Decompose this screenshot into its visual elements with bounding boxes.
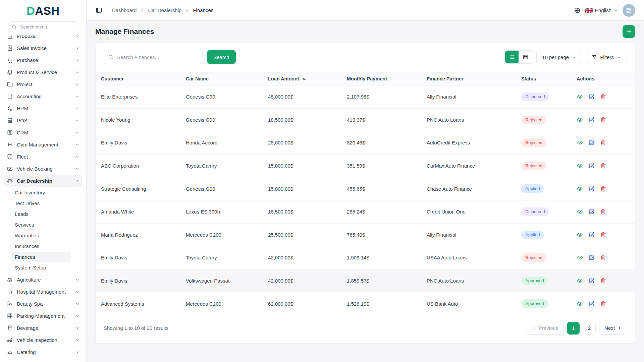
next-page-button[interactable]: Next [599,322,627,335]
sidebar-item-fleet[interactable]: Fleet [4,150,82,163]
table-row[interactable]: ABC Corporation Toyota Camry 15,000.00$ … [96,154,635,177]
status-badge: Applied [521,231,544,239]
sidebar-item-beverage[interactable]: Beverage [4,322,82,334]
sidebar-toggle-button[interactable] [95,7,102,14]
edit-button[interactable] [588,278,595,284]
edit-button[interactable] [588,139,595,146]
delete-button[interactable] [600,301,606,307]
sort-arrows-icon[interactable] [302,76,307,81]
proposal-icon [7,36,13,39]
sidebar-item-pos[interactable]: POS [4,114,82,126]
view-button[interactable] [577,117,583,123]
sidebar-search-input[interactable] [19,24,74,30]
cell-actions [571,108,635,131]
edit-icon [588,254,595,261]
delete-button[interactable] [600,254,606,261]
edit-button[interactable] [588,117,595,123]
sidebar-item-accounting[interactable]: Accounting [4,90,82,102]
edit-button[interactable] [588,254,595,261]
filters-button[interactable]: Filters [586,50,627,64]
sidebar-item-hrm[interactable]: HRM [4,102,82,114]
sidebar-item-vehicle-booking[interactable]: Vehicle Booking [4,163,82,175]
sidebar-item-car-dealership[interactable]: Car Dealership [4,175,82,187]
sidebar-item-proposal[interactable]: Proposal [4,36,82,42]
table-row[interactable]: Nicole Young Genesis G90 18,500.00$ 419.… [96,108,635,131]
table-row[interactable]: Elite Enterprises Genesis G90 48,000.00$… [96,85,635,109]
add-finance-button[interactable] [623,25,635,38]
sidebar-search[interactable] [8,21,78,32]
delete-button[interactable] [600,208,606,215]
view-button[interactable] [577,254,583,261]
finances-search-input[interactable] [116,54,199,60]
view-button[interactable] [577,186,583,192]
view-button[interactable] [577,301,583,307]
sidebar-item-project[interactable]: Project [4,78,82,90]
view-button[interactable] [577,208,583,215]
table-row[interactable]: Emily Davis Volkswagen Passat 42,000.00$… [96,269,635,292]
accounting-icon [7,93,13,100]
language-label: English [595,7,611,13]
edit-button[interactable] [588,208,595,215]
delete-button[interactable] [600,186,606,192]
table-row[interactable]: Maria Rodriguez Mercedes C200 25,500.00$… [96,223,635,246]
plus-icon [626,29,632,35]
delete-button[interactable] [600,139,606,146]
edit-button[interactable] [588,232,595,238]
sidebar-item-purchase[interactable]: Purchase [4,54,82,66]
edit-button[interactable] [588,186,595,192]
sidebar-subitem-test-drives[interactable]: Test Drives [11,198,71,208]
finances-search[interactable] [104,50,203,64]
sidebar-item-catering[interactable]: Catering [4,346,82,358]
delete-button[interactable] [600,232,606,238]
sidebar-subitem-leads[interactable]: Leads [11,209,71,219]
cell-status: Applied [516,177,571,200]
breadcrumb-item-car-dealership[interactable]: Car Dealership [148,7,181,13]
view-button[interactable] [577,232,583,238]
previous-page-button[interactable]: Previous [527,322,564,335]
edit-button[interactable] [588,301,595,307]
delete-button[interactable] [600,278,606,284]
view-button[interactable] [577,139,583,146]
table-row[interactable]: Advanced Systems Mercedes C200 62,000.00… [96,292,635,315]
chevron-down-icon [75,70,79,74]
delete-button[interactable] [600,94,606,100]
table-row[interactable]: Emily Davis Honda Accord 28,000.00$ 820.… [96,131,635,155]
delete-button[interactable] [600,117,606,123]
sidebar-item-product-and-service[interactable]: Product & Service [4,66,82,78]
sidebar-item-agriculture[interactable]: Agriculture [4,274,82,286]
language-selector[interactable]: English [585,7,618,13]
page-button-1[interactable]: 1 [567,322,580,335]
breadcrumb-item-dashboard[interactable]: Dashboard [112,7,137,13]
sidebar-item-parking-management[interactable]: Parking Management [4,310,82,322]
sidebar-item-beauty-spa[interactable]: Beauty Spa [4,298,82,310]
language-globe-button[interactable] [574,7,581,14]
sidebar-subitem-car-inventory[interactable]: Car Inventory [11,187,71,198]
page-button-2[interactable]: 2 [583,322,596,335]
view-button[interactable] [577,94,583,100]
sidebar-subitem-finances[interactable]: Finances [11,252,71,262]
table-row[interactable]: Strategic Consulting Genesis G90 15,000.… [96,177,635,200]
sidebar-item-crm[interactable]: CRM [4,126,82,138]
search-button[interactable]: Search [207,50,236,64]
edit-button[interactable] [588,94,595,100]
sidebar-item-gym-management[interactable]: Gym Management [4,138,82,150]
sidebar-subitem-insurances[interactable]: Insurances [11,241,71,251]
avatar[interactable] [623,4,635,17]
grid-view-button[interactable] [519,51,532,63]
view-button[interactable] [577,278,583,284]
sidebar-subitem-warranties[interactable]: Warranties [11,230,71,241]
column-header-loan-amount[interactable]: Loan Amount [263,72,341,85]
view-button[interactable] [577,163,583,169]
edit-button[interactable] [588,163,595,169]
edit-icon [588,94,595,100]
sidebar-item-vehicle-inspection[interactable]: Vehicle Inspection [4,334,82,346]
sidebar-subitem-services[interactable]: Services [11,220,71,230]
table-row[interactable]: Emily Davis Toyota Camry 42,000.00$ 1,90… [96,246,635,269]
sidebar-subitem-system-setup[interactable]: System Setup [11,262,71,273]
list-view-button[interactable] [505,51,519,63]
table-row[interactable]: Amanda White Lexus ES 300h 18,500.00$ 28… [96,200,635,223]
delete-button[interactable] [600,163,606,169]
per-page-dropdown[interactable]: 10 per page [536,50,582,64]
sidebar-item-hospital-management[interactable]: Hospital Management [4,286,82,298]
sidebar-item-sales-invoice[interactable]: Sales Invoice [4,42,82,54]
